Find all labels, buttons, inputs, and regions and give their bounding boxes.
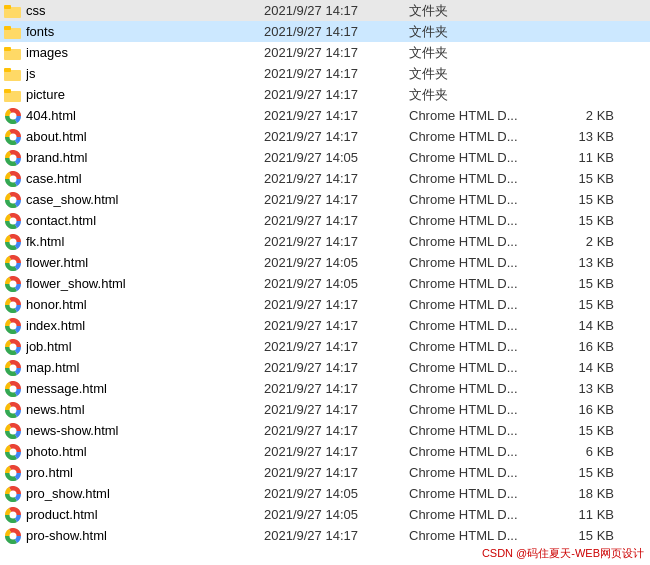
- file-size: 11 KB: [554, 150, 614, 165]
- file-date: 2021/9/27 14:17: [264, 360, 409, 375]
- file-date: 2021/9/27 14:17: [264, 444, 409, 459]
- file-date: 2021/9/27 14:17: [264, 297, 409, 312]
- file-name: index.html: [26, 318, 85, 333]
- list-item[interactable]: flower.html2021/9/27 14:05Chrome HTML D.…: [0, 252, 650, 273]
- file-type: Chrome HTML D...: [409, 129, 554, 144]
- file-type: Chrome HTML D...: [409, 150, 554, 165]
- file-type: Chrome HTML D...: [409, 192, 554, 207]
- list-item[interactable]: pro.html2021/9/27 14:17Chrome HTML D...1…: [0, 462, 650, 483]
- chrome-icon: [4, 212, 22, 230]
- list-item[interactable]: index.html2021/9/27 14:17Chrome HTML D..…: [0, 315, 650, 336]
- file-type: Chrome HTML D...: [409, 402, 554, 417]
- list-item[interactable]: css2021/9/27 14:17文件夹: [0, 0, 650, 21]
- list-item[interactable]: message.html2021/9/27 14:17Chrome HTML D…: [0, 378, 650, 399]
- svg-point-45: [10, 469, 17, 476]
- list-item[interactable]: product.html2021/9/27 14:05Chrome HTML D…: [0, 504, 650, 525]
- list-item[interactable]: map.html2021/9/27 14:17Chrome HTML D...1…: [0, 357, 650, 378]
- chrome-icon: [4, 485, 22, 503]
- chrome-icon: [4, 359, 22, 377]
- file-date: 2021/9/27 14:17: [264, 381, 409, 396]
- list-item[interactable]: flower_show.html2021/9/27 14:05Chrome HT…: [0, 273, 650, 294]
- svg-rect-9: [4, 89, 11, 93]
- file-size: 14 KB: [554, 318, 614, 333]
- list-item[interactable]: honor.html2021/9/27 14:17Chrome HTML D..…: [0, 294, 650, 315]
- file-date: 2021/9/27 14:05: [264, 255, 409, 270]
- list-item[interactable]: job.html2021/9/27 14:17Chrome HTML D...1…: [0, 336, 650, 357]
- file-date: 2021/9/27 14:17: [264, 66, 409, 81]
- file-date: 2021/9/27 14:05: [264, 150, 409, 165]
- list-item[interactable]: news-show.html2021/9/27 14:17Chrome HTML…: [0, 420, 650, 441]
- chrome-icon: [4, 422, 22, 440]
- file-type: Chrome HTML D...: [409, 381, 554, 396]
- file-name: js: [26, 66, 35, 81]
- file-name: fk.html: [26, 234, 64, 249]
- file-name: honor.html: [26, 297, 87, 312]
- file-date: 2021/9/27 14:17: [264, 318, 409, 333]
- file-type: 文件夹: [409, 2, 554, 20]
- file-size: 2 KB: [554, 234, 614, 249]
- svg-point-47: [10, 490, 17, 497]
- list-item[interactable]: picture2021/9/27 14:17文件夹: [0, 84, 650, 105]
- file-type: Chrome HTML D...: [409, 255, 554, 270]
- file-date: 2021/9/27 14:17: [264, 528, 409, 543]
- file-type: Chrome HTML D...: [409, 171, 554, 186]
- chrome-icon: [4, 380, 22, 398]
- file-name: css: [26, 3, 46, 18]
- chrome-icon: [4, 233, 22, 251]
- file-name: case_show.html: [26, 192, 119, 207]
- list-item[interactable]: photo.html2021/9/27 14:17Chrome HTML D..…: [0, 441, 650, 462]
- file-type: Chrome HTML D...: [409, 213, 554, 228]
- list-item[interactable]: case_show.html2021/9/27 14:17Chrome HTML…: [0, 189, 650, 210]
- list-item[interactable]: about.html2021/9/27 14:17Chrome HTML D..…: [0, 126, 650, 147]
- list-item[interactable]: pro-show.html2021/9/27 14:17Chrome HTML …: [0, 525, 650, 546]
- file-size: 15 KB: [554, 213, 614, 228]
- svg-point-41: [10, 427, 17, 434]
- list-item[interactable]: pro_show.html2021/9/27 14:05Chrome HTML …: [0, 483, 650, 504]
- list-item[interactable]: brand.html2021/9/27 14:05Chrome HTML D..…: [0, 147, 650, 168]
- file-date: 2021/9/27 14:17: [264, 87, 409, 102]
- svg-point-21: [10, 217, 17, 224]
- list-item[interactable]: fonts2021/9/27 14:17文件夹: [0, 21, 650, 42]
- file-name: picture: [26, 87, 65, 102]
- file-name: photo.html: [26, 444, 87, 459]
- list-item[interactable]: news.html2021/9/27 14:17Chrome HTML D...…: [0, 399, 650, 420]
- file-date: 2021/9/27 14:05: [264, 486, 409, 501]
- svg-point-19: [10, 196, 17, 203]
- svg-point-31: [10, 322, 17, 329]
- file-size: 18 KB: [554, 486, 614, 501]
- file-name: map.html: [26, 360, 79, 375]
- file-list: css2021/9/27 14:17文件夹 fonts2021/9/27 14:…: [0, 0, 650, 546]
- svg-point-23: [10, 238, 17, 245]
- chrome-icon: [4, 254, 22, 272]
- list-item[interactable]: case.html2021/9/27 14:17Chrome HTML D...…: [0, 168, 650, 189]
- file-type: 文件夹: [409, 65, 554, 83]
- file-size: 15 KB: [554, 297, 614, 312]
- chrome-icon: [4, 149, 22, 167]
- folder-icon: [4, 44, 22, 62]
- file-name: news.html: [26, 402, 85, 417]
- list-item[interactable]: js2021/9/27 14:17文件夹: [0, 63, 650, 84]
- file-size: 13 KB: [554, 255, 614, 270]
- folder-icon: [4, 2, 22, 20]
- file-type: Chrome HTML D...: [409, 108, 554, 123]
- watermark: CSDN @码住夏天-WEB网页设计: [482, 546, 644, 561]
- file-size: 2 KB: [554, 108, 614, 123]
- svg-rect-1: [4, 5, 11, 9]
- file-type: Chrome HTML D...: [409, 318, 554, 333]
- chrome-icon: [4, 527, 22, 545]
- list-item[interactable]: images2021/9/27 14:17文件夹: [0, 42, 650, 63]
- list-item[interactable]: fk.html2021/9/27 14:17Chrome HTML D...2 …: [0, 231, 650, 252]
- svg-point-43: [10, 448, 17, 455]
- file-date: 2021/9/27 14:17: [264, 402, 409, 417]
- file-name: 404.html: [26, 108, 76, 123]
- file-type: Chrome HTML D...: [409, 234, 554, 249]
- file-type: 文件夹: [409, 86, 554, 104]
- svg-point-39: [10, 406, 17, 413]
- file-date: 2021/9/27 14:17: [264, 129, 409, 144]
- list-item[interactable]: contact.html2021/9/27 14:17Chrome HTML D…: [0, 210, 650, 231]
- chrome-icon: [4, 338, 22, 356]
- list-item[interactable]: 404.html2021/9/27 14:17Chrome HTML D...2…: [0, 105, 650, 126]
- file-size: 11 KB: [554, 507, 614, 522]
- file-date: 2021/9/27 14:05: [264, 507, 409, 522]
- folder-icon: [4, 65, 22, 83]
